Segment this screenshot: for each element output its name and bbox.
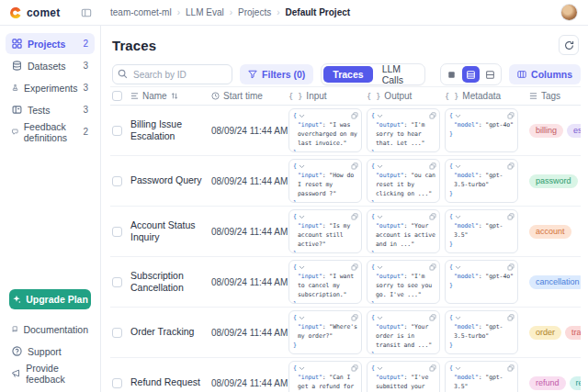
output-json-cell[interactable]: {"output": "I've submitted your refund r…: [367, 361, 440, 392]
chevron-down-icon[interactable]: [377, 114, 383, 118]
chevron-down-icon[interactable]: [377, 164, 383, 169]
chevron-down-icon[interactable]: [299, 316, 305, 320]
copy-icon[interactable]: [351, 263, 358, 271]
sort-icon[interactable]: [171, 92, 178, 100]
row-checkbox[interactable]: [112, 378, 122, 388]
sidebar-collapse-icon[interactable]: [81, 7, 92, 18]
copy-icon[interactable]: [507, 314, 514, 321]
row-checkbox[interactable]: [112, 227, 122, 237]
sidebar-item-experiments[interactable]: Experiments 3: [6, 77, 95, 98]
metadata-json-cell[interactable]: {"model": "gpt-3.5"}: [445, 209, 518, 253]
select-all-checkbox[interactable]: [112, 91, 122, 101]
refresh-button[interactable]: [559, 35, 579, 55]
input-json-cell[interactable]: {"input": "I was overcharged on my last …: [288, 108, 362, 152]
user-avatar[interactable]: [561, 5, 577, 20]
column-header-name[interactable]: Name: [130, 91, 211, 101]
table-row[interactable]: Subscription Cancellation 08/09/24 11:44…: [110, 257, 581, 308]
sidebar-item-provide-feedback[interactable]: Provide feedback: [6, 363, 95, 384]
metadata-json-cell[interactable]: {"model": "gpt-3.5-turbo"}: [445, 159, 518, 203]
tab-traces[interactable]: Traces: [323, 66, 372, 83]
copy-icon[interactable]: [351, 112, 358, 119]
sidebar-item-documentation[interactable]: Documentation: [6, 319, 95, 340]
breadcrumb-item[interactable]: team-comet-ml: [110, 7, 172, 17]
chevron-down-icon[interactable]: [377, 215, 383, 219]
metadata-json-cell[interactable]: {"model": "gpt-3.5-turbo"}: [445, 310, 518, 354]
sidebar-item-feedback-definitions[interactable]: Feedback definitions 2: [6, 121, 95, 142]
output-json-cell[interactable]: {"output": "Your account is active and i…: [367, 209, 440, 253]
trace-name[interactable]: Password Query: [130, 174, 211, 186]
comet-logo[interactable]: comet: [9, 6, 60, 19]
row-checkbox[interactable]: [112, 328, 122, 338]
sidebar-item-tests[interactable]: Tests 3: [6, 99, 95, 120]
copy-icon[interactable]: [507, 162, 514, 170]
trace-name[interactable]: Billing Issue Escalation: [130, 118, 211, 142]
table-row[interactable]: Billing Issue Escalation 08/09/24 11:44 …: [110, 106, 581, 156]
chevron-down-icon[interactable]: [299, 114, 305, 118]
copy-icon[interactable]: [429, 263, 436, 271]
output-json-cell[interactable]: {"output": "Your order is in transit and…: [367, 310, 440, 354]
tag-password[interactable]: password: [529, 174, 578, 188]
tag-account[interactable]: account: [529, 225, 571, 239]
tag-refund[interactable]: refund: [529, 376, 566, 390]
table-row[interactable]: Password Query 08/09/24 11:44 AM {"input…: [110, 156, 581, 207]
column-header-input[interactable]: { } Input: [288, 91, 367, 101]
row-height-large-button[interactable]: [481, 66, 499, 83]
copy-icon[interactable]: [429, 112, 436, 119]
chevron-down-icon[interactable]: [455, 265, 461, 270]
metadata-json-cell[interactable]: {"model": "gpt-4o"}: [445, 108, 518, 152]
output-json-cell[interactable]: {"output": "I'm sorry to hear that. Let …: [367, 108, 440, 152]
columns-button[interactable]: Columns: [509, 64, 581, 84]
trace-name[interactable]: Refund Request: [130, 376, 211, 388]
tab-llm-calls[interactable]: LLM Calls: [373, 66, 423, 83]
trace-name[interactable]: Subscription Cancellation: [130, 270, 211, 294]
sidebar-item-datasets[interactable]: Datasets 3: [6, 55, 95, 76]
chevron-down-icon[interactable]: [377, 316, 383, 320]
input-json-cell[interactable]: {"input": "I want to cancel my subscript…: [288, 260, 362, 304]
copy-icon[interactable]: [351, 314, 358, 321]
row-checkbox[interactable]: [112, 126, 122, 136]
search-input[interactable]: [112, 64, 232, 84]
column-header-tags[interactable]: Tags: [524, 91, 581, 101]
upgrade-plan-button[interactable]: Upgrade Plan: [9, 289, 91, 309]
tag-cancellation[interactable]: cancellation: [529, 275, 581, 289]
copy-icon[interactable]: [351, 364, 358, 372]
filters-button[interactable]: Filters (0): [240, 64, 313, 84]
copy-icon[interactable]: [429, 162, 436, 170]
row-height-small-button[interactable]: [443, 66, 460, 83]
chevron-down-icon[interactable]: [377, 366, 383, 371]
table-row[interactable]: Order Tracking 08/09/24 11:44 AM {"input…: [110, 308, 581, 358]
input-json-cell[interactable]: {"input": "Can I get a refund for my las…: [288, 361, 362, 392]
copy-icon[interactable]: [429, 213, 436, 220]
input-json-cell[interactable]: {"input": "Where's my order?"}: [288, 310, 362, 354]
input-json-cell[interactable]: {"input": "Is my account still active?"}: [288, 209, 362, 253]
row-checkbox[interactable]: [112, 277, 122, 287]
metadata-json-cell[interactable]: {"model": "gpt-3.5"}: [445, 361, 518, 392]
tag-request[interactable]: request: [570, 376, 581, 390]
copy-icon[interactable]: [351, 162, 358, 170]
tag-order[interactable]: order: [529, 326, 561, 340]
trace-name[interactable]: Account Status Inquiry: [130, 219, 211, 243]
copy-icon[interactable]: [507, 112, 514, 119]
copy-icon[interactable]: [429, 364, 436, 372]
chevron-down-icon[interactable]: [455, 164, 461, 169]
column-header-metadata[interactable]: { } Metadata: [445, 91, 524, 101]
copy-icon[interactable]: [507, 213, 514, 220]
breadcrumb-item[interactable]: Projects: [238, 7, 271, 17]
output-json-cell[interactable]: {"output": "ou can reset it by clicking …: [367, 159, 440, 203]
sidebar-item-projects[interactable]: Projects 2: [6, 33, 95, 54]
copy-icon[interactable]: [351, 213, 358, 220]
chevron-down-icon[interactable]: [299, 215, 305, 219]
tag-tracking[interactable]: tracking: [565, 326, 581, 340]
chevron-down-icon[interactable]: [299, 366, 305, 371]
table-row[interactable]: Refund Request 08/09/24 11:44 AM {"input…: [110, 358, 581, 392]
chevron-down-icon[interactable]: [455, 215, 461, 219]
copy-icon[interactable]: [507, 263, 514, 271]
column-header-output[interactable]: { } Output: [367, 91, 445, 101]
chevron-down-icon[interactable]: [299, 164, 305, 169]
chevron-down-icon[interactable]: [455, 316, 461, 320]
chevron-down-icon[interactable]: [377, 265, 383, 270]
chevron-down-icon[interactable]: [299, 265, 305, 270]
tag-escalation[interactable]: escalation: [567, 124, 581, 138]
sidebar-item-support[interactable]: Support: [6, 341, 95, 362]
chevron-down-icon[interactable]: [455, 366, 461, 371]
